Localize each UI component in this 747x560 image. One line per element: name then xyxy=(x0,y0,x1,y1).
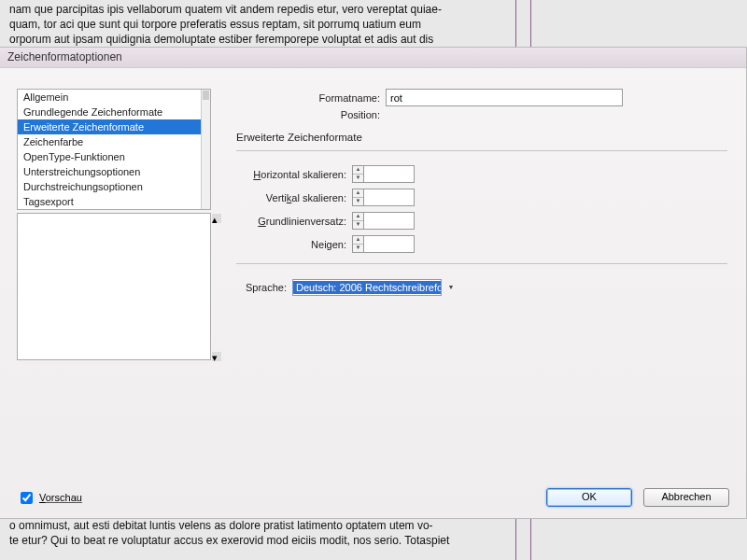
vscale-step-down[interactable]: ▼ xyxy=(353,198,363,205)
formatname-input[interactable] xyxy=(386,89,623,106)
skew-label: Neigen: xyxy=(236,239,352,250)
ok-button[interactable]: OK xyxy=(546,488,632,507)
language-value: Deutsch: 2006 Rechtschreibreform xyxy=(293,281,441,294)
vscale-step-up[interactable]: ▲ xyxy=(353,189,363,198)
skew-step-down[interactable]: ▼ xyxy=(353,245,363,252)
skew-input[interactable] xyxy=(363,235,415,253)
preview-checkbox-label: Vorschau xyxy=(39,492,82,503)
formatname-label: Formatname: xyxy=(236,92,386,104)
category-item[interactable]: Unterstreichungsoptionen xyxy=(18,164,210,179)
baseline-stepper[interactable]: ▲ ▼ xyxy=(352,212,415,230)
vscale-stepper[interactable]: ▲ ▼ xyxy=(352,189,415,206)
hscale-step-up[interactable]: ▲ xyxy=(353,166,363,175)
category-item[interactable]: Zeichenfarbe xyxy=(18,134,210,149)
category-item[interactable]: Erweiterte Zeichenformate xyxy=(18,119,210,134)
preview-checkbox[interactable]: Vorschau xyxy=(17,489,82,507)
category-item[interactable]: Durchstreichungsoptionen xyxy=(18,179,210,194)
category-list[interactable]: AllgemeinGrundlegende ZeichenformateErwe… xyxy=(17,89,211,210)
preview-box: ▴ ▾ xyxy=(17,213,211,360)
character-style-options-dialog: Zeichenformatoptionen AllgemeinGrundlege… xyxy=(0,47,747,519)
language-select[interactable]: Deutsch: 2006 Rechtschreibreform ▼ xyxy=(292,279,458,296)
skew-step-up[interactable]: ▲ xyxy=(353,236,363,245)
baseline-label: Grundlinienversatz: xyxy=(236,216,352,227)
category-item[interactable]: Grundlegende Zeichenformate xyxy=(18,105,210,119)
hscale-label: Horizontal skalieren: xyxy=(236,169,352,180)
scroll-down-icon[interactable]: ▾ xyxy=(212,352,221,361)
baseline-input[interactable] xyxy=(363,212,415,230)
hscale-input[interactable] xyxy=(363,165,415,183)
category-list-scrollbar[interactable] xyxy=(201,90,210,209)
language-label: Sprache: xyxy=(236,282,292,293)
skew-stepper[interactable]: ▲ ▼ xyxy=(352,235,415,253)
vscale-label: Vertikal skalieren: xyxy=(236,192,352,203)
category-item[interactable]: Tagsexport xyxy=(18,194,210,209)
chevron-down-icon[interactable]: ▼ xyxy=(444,279,458,296)
section-title: Erweiterte Zeichenformate xyxy=(236,132,727,143)
background-document-text-top: nam que parcipitas ipis vellaborum quate… xyxy=(0,0,451,49)
preview-checkbox-input[interactable] xyxy=(21,492,33,504)
baseline-step-up[interactable]: ▲ xyxy=(353,213,363,221)
position-label: Position: xyxy=(236,109,386,120)
category-item[interactable]: OpenType-Funktionen xyxy=(18,149,210,164)
cancel-button[interactable]: Abbrechen xyxy=(643,488,729,507)
category-item[interactable]: Allgemein xyxy=(18,90,210,105)
vscale-input[interactable] xyxy=(363,189,415,206)
hscale-step-down[interactable]: ▼ xyxy=(353,175,363,182)
background-document-text-bottom: o omnimust, aut esti debitat luntis vele… xyxy=(0,518,458,548)
hscale-stepper[interactable]: ▲ ▼ xyxy=(352,165,415,183)
scroll-up-icon[interactable]: ▴ xyxy=(212,214,221,223)
baseline-step-down[interactable]: ▼ xyxy=(353,221,363,229)
dialog-title: Zeichenformatoptionen xyxy=(0,48,746,68)
